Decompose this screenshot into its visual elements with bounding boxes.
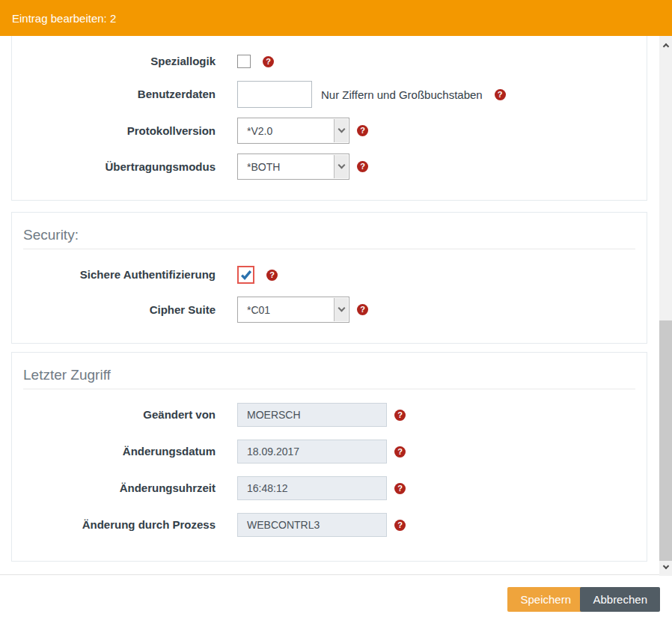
field-aenderungsdatum: Änderungsdatum ?: [12, 440, 647, 464]
sichere-authentifizierung-checkbox[interactable]: [237, 266, 254, 284]
vertical-scrollbar[interactable]: [659, 36, 672, 576]
speziallogik-label: Speziallogik: [12, 55, 237, 68]
chevron-down-icon: [334, 298, 348, 321]
field-uebertragungsmodus: Übertragungsmodus *BOTH ?: [12, 154, 647, 180]
aenderung-durch-prozess-label: Änderung durch Prozess: [12, 518, 237, 532]
aenderungsuhrzeit-value: [237, 476, 387, 500]
geaendert-von-value: [237, 403, 387, 427]
scroll-down-icon[interactable]: [659, 561, 672, 574]
aenderung-durch-prozess-value: [237, 513, 387, 537]
letzter-zugriff-heading: Letzter Zugriff: [23, 367, 635, 383]
field-protokollversion: Protokollversion *V2.0 ?: [12, 118, 647, 144]
field-aenderung-durch-prozess: Änderung durch Prozess ?: [12, 513, 647, 537]
aenderungsuhrzeit-label: Änderungsuhrzeit: [12, 481, 237, 495]
panel-letzter-zugriff: Letzter Zugriff Geändert von ? Änderungs…: [11, 352, 647, 562]
benutzerdaten-input[interactable]: [237, 81, 312, 108]
cipher-suite-select[interactable]: *C01: [237, 297, 349, 323]
help-icon[interactable]: ?: [263, 56, 274, 67]
select-value: *V2.0: [238, 125, 272, 137]
aenderungsdatum-value: [237, 440, 387, 464]
help-icon[interactable]: ?: [394, 446, 406, 458]
scroll-up-icon[interactable]: [659, 38, 672, 51]
help-icon[interactable]: ?: [357, 161, 368, 172]
divider: [23, 389, 635, 389]
protokollversion-label: Protokollversion: [12, 124, 237, 138]
save-button[interactable]: Speichern: [507, 587, 584, 612]
aenderungsdatum-label: Änderungsdatum: [12, 445, 237, 458]
dialog-footer: Speichern Abbrechen: [0, 575, 672, 623]
benutzerdaten-hint: Nur Ziffern und Großbuchstaben: [321, 88, 483, 101]
field-geaendert-von: Geändert von ?: [12, 403, 647, 427]
sichere-authentifizierung-label: Sichere Authentifizierung: [12, 268, 237, 282]
help-icon[interactable]: ?: [266, 270, 278, 281]
security-heading: Security:: [23, 227, 635, 243]
divider: [23, 249, 635, 249]
cancel-button[interactable]: Abbrechen: [580, 587, 660, 612]
help-icon[interactable]: ?: [394, 483, 406, 494]
scrollbar-thumb[interactable]: [659, 320, 672, 561]
field-benutzerdaten: Benutzerdaten Nur Ziffern und Großbuchst…: [12, 81, 647, 108]
protokollversion-select[interactable]: *V2.0: [237, 118, 349, 144]
cipher-suite-label: Cipher Suite: [12, 303, 237, 317]
chevron-down-icon: [334, 119, 348, 142]
uebertragungsmodus-label: Übertragungsmodus: [12, 160, 237, 174]
field-speziallogik: Speziallogik ?: [12, 51, 647, 72]
help-icon[interactable]: ?: [495, 89, 506, 100]
geaendert-von-label: Geändert von: [12, 408, 237, 422]
uebertragungsmodus-select[interactable]: *BOTH: [237, 154, 349, 180]
help-icon[interactable]: ?: [357, 304, 368, 315]
dialog-header: Eintrag bearbeiten: 2: [0, 0, 672, 36]
field-sichere-authentifizierung: Sichere Authentifizierung ?: [12, 264, 647, 285]
field-cipher-suite: Cipher Suite *C01 ?: [12, 297, 647, 323]
chevron-down-icon: [334, 155, 348, 178]
field-aenderungsuhrzeit: Änderungsuhrzeit ?: [12, 476, 647, 500]
panel-security: Security: Sichere Authentifizierung ? Ci…: [11, 212, 647, 344]
help-icon[interactable]: ?: [394, 410, 406, 421]
check-icon: [240, 269, 252, 281]
speziallogik-checkbox[interactable]: [237, 55, 251, 68]
help-icon[interactable]: ?: [394, 520, 406, 531]
help-icon[interactable]: ?: [357, 125, 368, 136]
panel-general: Speziallogik ? Benutzerdaten Nur Ziffern…: [11, 36, 647, 201]
select-value: *C01: [238, 304, 270, 316]
benutzerdaten-label: Benutzerdaten: [12, 88, 237, 101]
select-value: *BOTH: [238, 161, 280, 173]
dialog-title: Eintrag bearbeiten: 2: [12, 12, 116, 25]
